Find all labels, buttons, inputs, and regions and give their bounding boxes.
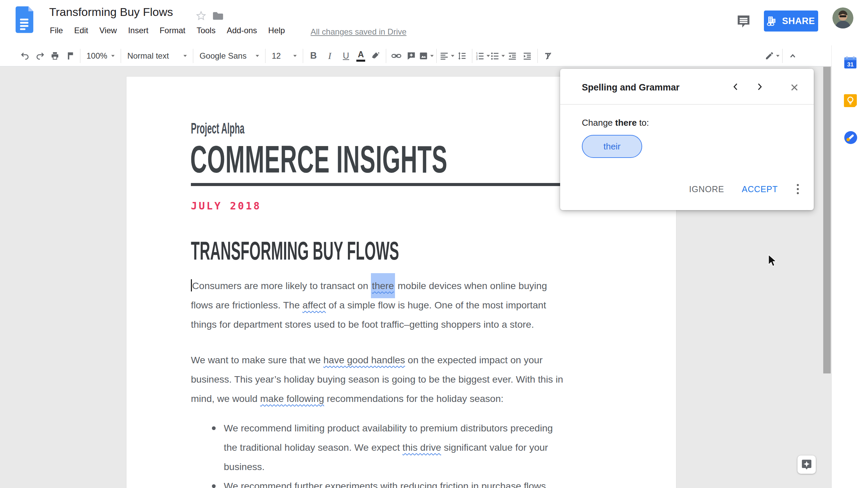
undo-button[interactable] bbox=[18, 48, 33, 64]
app-header: Transforming Buy Flows File Edit View In… bbox=[0, 0, 868, 45]
previous-suggestion-button[interactable] bbox=[728, 79, 744, 95]
toolbar-separator bbox=[193, 49, 193, 63]
italic-button[interactable]: I bbox=[321, 48, 338, 64]
numbered-list-button[interactable]: 123 bbox=[475, 48, 490, 64]
dropdown-arrow-icon bbox=[111, 55, 115, 57]
svg-text:31: 31 bbox=[847, 61, 854, 68]
ignore-button[interactable]: IGNORE bbox=[689, 184, 724, 194]
menu-tools[interactable]: Tools bbox=[197, 26, 216, 35]
doc-horizontal-rule bbox=[191, 183, 606, 186]
svg-text:3: 3 bbox=[476, 57, 478, 60]
share-button[interactable]: SHARE bbox=[764, 11, 818, 32]
scrollbar[interactable] bbox=[823, 67, 831, 373]
dropdown-arrow-icon bbox=[430, 55, 434, 57]
insert-link-button[interactable] bbox=[389, 48, 404, 64]
menu-edit[interactable]: Edit bbox=[74, 26, 88, 35]
dialog-title: Spelling and Grammar bbox=[582, 82, 679, 93]
toolbar-separator bbox=[80, 49, 80, 63]
collapse-toolbar-button[interactable] bbox=[785, 48, 800, 64]
save-status[interactable]: All changes saved in Drive bbox=[311, 27, 407, 37]
font-value: Google Sans bbox=[199, 51, 246, 61]
menu-view[interactable]: View bbox=[99, 26, 117, 35]
dropdown-arrow-icon bbox=[487, 55, 490, 57]
document-title[interactable]: Transforming Buy Flows bbox=[49, 5, 173, 19]
toolbar-separator bbox=[537, 49, 538, 63]
font-select[interactable]: Google Sans bbox=[196, 48, 262, 64]
share-button-label: SHARE bbox=[782, 16, 815, 26]
close-icon[interactable] bbox=[787, 80, 802, 95]
highlight-color-button[interactable] bbox=[368, 48, 383, 64]
calendar-icon[interactable]: 31 bbox=[844, 56, 857, 69]
underline-button[interactable]: U bbox=[338, 48, 353, 64]
keep-icon[interactable] bbox=[844, 94, 857, 107]
accept-button[interactable]: ACCEPT bbox=[742, 184, 778, 194]
redo-button[interactable] bbox=[33, 48, 47, 64]
menu-file[interactable]: File bbox=[50, 26, 63, 35]
menu-bar: File Edit View Insert Format Tools Add-o… bbox=[50, 26, 285, 37]
google-docs-logo-icon[interactable] bbox=[16, 6, 35, 33]
doc-paragraph-2[interactable]: We want to make sure that we have good h… bbox=[191, 350, 642, 408]
toolbar-right-group bbox=[765, 45, 800, 66]
paint-format-button[interactable] bbox=[62, 48, 77, 64]
toolbar-separator bbox=[472, 49, 472, 63]
font-size-value: 12 bbox=[272, 51, 281, 61]
suggestion-chip[interactable]: their bbox=[582, 135, 642, 158]
increase-indent-button[interactable] bbox=[520, 48, 535, 64]
align-button[interactable] bbox=[439, 48, 454, 64]
avatar-photo bbox=[832, 7, 853, 28]
bullet-text: We recommend further experiments with re… bbox=[224, 476, 549, 488]
move-folder-icon[interactable] bbox=[212, 11, 224, 21]
paragraph-style-select[interactable]: Normal text bbox=[124, 48, 190, 64]
dropdown-arrow-icon bbox=[501, 55, 505, 57]
tasks-icon[interactable] bbox=[844, 131, 857, 144]
bulleted-list-button[interactable] bbox=[490, 48, 505, 64]
doc-bullet-item-2[interactable]: We recommend further experiments with re… bbox=[191, 476, 642, 488]
insert-image-button[interactable] bbox=[419, 48, 434, 64]
font-size-select[interactable]: 12 bbox=[268, 48, 300, 64]
dropdown-arrow-icon bbox=[451, 55, 454, 57]
doc-section-heading: TRANSFORMING BUY FLOWS bbox=[191, 236, 563, 265]
comments-icon[interactable] bbox=[736, 14, 751, 29]
menu-help[interactable]: Help bbox=[268, 26, 285, 35]
bullet-text: We recommend limiting product availabili… bbox=[224, 419, 553, 476]
text-color-bar bbox=[356, 60, 365, 62]
doc-bullet-item-1[interactable]: We recommend limiting product availabili… bbox=[191, 419, 642, 476]
dropdown-arrow-icon bbox=[256, 55, 259, 57]
toolbar-separator bbox=[386, 49, 386, 63]
toolbar-separator bbox=[782, 49, 783, 63]
dropdown-arrow-icon bbox=[293, 55, 297, 57]
zoom-select[interactable]: 100% bbox=[83, 48, 118, 64]
bullet-marker bbox=[212, 426, 216, 430]
style-value: Normal text bbox=[127, 51, 169, 61]
insert-comment-button[interactable] bbox=[404, 48, 419, 64]
text-cursor bbox=[191, 279, 192, 291]
doc-display-title: COMMERCE INSIGHTS bbox=[190, 137, 619, 181]
next-suggestion-button[interactable] bbox=[752, 79, 767, 95]
dialog-change-label: Change there to: bbox=[582, 118, 649, 128]
bullet-marker bbox=[212, 484, 216, 488]
decrease-indent-button[interactable] bbox=[505, 48, 520, 64]
bold-button[interactable]: B bbox=[306, 48, 321, 64]
doc-date: JULY 2018 bbox=[191, 200, 261, 212]
companion-sidebar: 31 bbox=[831, 45, 868, 488]
editing-mode-button[interactable] bbox=[765, 48, 780, 64]
menu-format[interactable]: Format bbox=[160, 26, 185, 35]
text-color-button[interactable]: A bbox=[353, 48, 368, 64]
toolbar-separator bbox=[265, 49, 265, 63]
dropdown-arrow-icon bbox=[183, 55, 187, 57]
toolbar-separator bbox=[121, 49, 121, 63]
doc-paragraph-1[interactable]: Consumers are more likely to transact on… bbox=[191, 276, 642, 334]
star-icon[interactable] bbox=[195, 10, 207, 22]
print-button[interactable] bbox=[47, 48, 62, 64]
misspelled-word: there bbox=[615, 118, 637, 128]
menu-addons[interactable]: Add-ons bbox=[227, 26, 257, 35]
share-link-icon bbox=[767, 16, 778, 26]
clear-formatting-button[interactable] bbox=[540, 48, 555, 64]
line-spacing-button[interactable] bbox=[454, 48, 469, 64]
mouse-pointer bbox=[767, 254, 778, 268]
menu-insert[interactable]: Insert bbox=[128, 26, 149, 35]
more-options-icon[interactable] bbox=[795, 183, 800, 196]
explore-button[interactable] bbox=[797, 455, 816, 474]
dialog-actions: IGNORE ACCEPT bbox=[560, 183, 814, 196]
avatar[interactable] bbox=[832, 7, 853, 28]
